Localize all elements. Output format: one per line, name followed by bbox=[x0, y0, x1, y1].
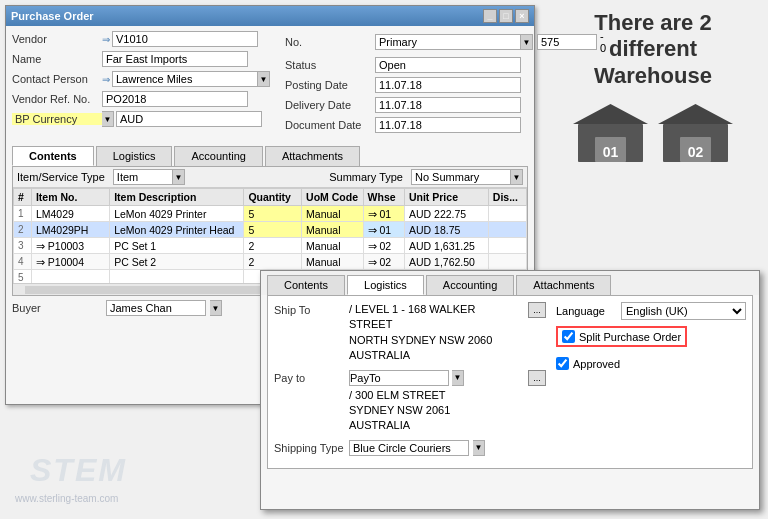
document-input[interactable] bbox=[375, 117, 521, 133]
vendor-label: Vendor bbox=[12, 33, 102, 45]
logistics-tab-accounting[interactable]: Accounting bbox=[426, 275, 514, 295]
row3-qty: 2 bbox=[244, 238, 302, 254]
item-type-input[interactable] bbox=[113, 169, 173, 185]
row3-dis bbox=[488, 238, 526, 254]
vendor-input[interactable] bbox=[112, 31, 258, 47]
tab-accounting[interactable]: Accounting bbox=[174, 146, 262, 166]
col-description: Item Description bbox=[110, 189, 244, 206]
row3-price: AUD 1,631.25 bbox=[404, 238, 488, 254]
contact-dropdown[interactable]: ▼ bbox=[258, 71, 270, 87]
table-row[interactable]: 3 ⇒ P10003 PC Set 1 2 Manual ⇒ 02 AUD 1,… bbox=[14, 238, 527, 254]
close-button[interactable]: × bbox=[515, 9, 529, 23]
ship-to-label: Ship To bbox=[274, 302, 349, 316]
summary-input[interactable] bbox=[411, 169, 511, 185]
pay-to-label: Pay to bbox=[274, 370, 349, 384]
table-row[interactable]: 2 LM4029PH LeMon 4029 Printer Head 5 Man… bbox=[14, 222, 527, 238]
col-whse: Whse bbox=[363, 189, 404, 206]
row4-uom: Manual bbox=[302, 254, 364, 270]
row4-desc: PC Set 2 bbox=[110, 254, 244, 270]
bp-currency-group: ▼ bbox=[102, 111, 262, 127]
language-row: Language English (UK) bbox=[556, 302, 746, 320]
vendor-input-group bbox=[112, 31, 258, 47]
minimize-button[interactable]: _ bbox=[483, 9, 497, 23]
pay-to-dropdown[interactable]: ▼ bbox=[452, 370, 464, 386]
name-label: Name bbox=[12, 53, 102, 65]
vendor-ref-label: Vendor Ref. No. bbox=[12, 93, 102, 105]
buyer-dropdown[interactable]: ▼ bbox=[210, 300, 222, 316]
split-purchase-order-row: Split Purchase Order bbox=[556, 326, 687, 347]
buyer-input[interactable] bbox=[106, 300, 206, 316]
logistics-right-section: Language English (UK) Split Purchase Ord… bbox=[556, 302, 746, 462]
bp-currency-input[interactable] bbox=[116, 111, 262, 127]
language-select[interactable]: English (UK) bbox=[621, 302, 746, 320]
item-type-dropdown[interactable]: ▼ bbox=[173, 169, 185, 185]
no-type-input[interactable] bbox=[375, 34, 521, 50]
name-input[interactable] bbox=[102, 51, 248, 67]
logistics-left-section: Ship To / LEVEL 1 - 168 WALKERSTREETNORT… bbox=[274, 302, 546, 462]
ship-to-browse-button[interactable]: ... bbox=[528, 302, 546, 318]
table-row[interactable]: 4 ⇒ P10004 PC Set 2 2 Manual ⇒ 02 AUD 1,… bbox=[14, 254, 527, 270]
tab-attachments[interactable]: Attachments bbox=[265, 146, 360, 166]
vendor-arrow-icon: ⇒ bbox=[102, 34, 110, 45]
summary-dropdown[interactable]: ▼ bbox=[511, 169, 523, 185]
delivery-label: Delivery Date bbox=[285, 99, 375, 111]
row4-price: AUD 1,762.50 bbox=[404, 254, 488, 270]
row1-qty: 5 bbox=[244, 206, 302, 222]
maximize-button[interactable]: □ bbox=[499, 9, 513, 23]
svg-text:01: 01 bbox=[603, 144, 619, 160]
no-dropdown[interactable]: ▼ bbox=[521, 34, 533, 50]
buyer-field: Buyer ▼ bbox=[12, 300, 222, 316]
shipping-dropdown[interactable]: ▼ bbox=[473, 440, 485, 456]
pay-to-input[interactable] bbox=[349, 370, 449, 386]
row2-desc: LeMon 4029 Printer Head bbox=[110, 222, 244, 238]
posting-input[interactable] bbox=[375, 77, 521, 93]
row4-qty: 2 bbox=[244, 254, 302, 270]
vendor-ref-input[interactable] bbox=[102, 91, 248, 107]
row3-num: 3 bbox=[14, 238, 32, 254]
tab-contents[interactable]: Contents bbox=[12, 146, 94, 166]
shipping-row: Shipping Type ▼ bbox=[274, 440, 546, 456]
col-price: Unit Price bbox=[404, 189, 488, 206]
svg-marker-1 bbox=[573, 104, 648, 124]
shipping-input[interactable] bbox=[349, 440, 469, 456]
ship-to-row: Ship To / LEVEL 1 - 168 WALKERSTREETNORT… bbox=[274, 302, 546, 364]
row4-num: 4 bbox=[14, 254, 32, 270]
row1-item-no: LM4029 bbox=[31, 206, 109, 222]
svg-marker-5 bbox=[658, 104, 733, 124]
watermark-url: www.sterling-team.com bbox=[15, 493, 118, 504]
delivery-input[interactable] bbox=[375, 97, 521, 113]
bp-currency-dropdown[interactable]: ▼ bbox=[102, 111, 114, 127]
logistics-tab-contents[interactable]: Contents bbox=[267, 275, 345, 295]
row2-dis bbox=[488, 222, 526, 238]
row1-desc: LeMon 4029 Printer bbox=[110, 206, 244, 222]
row2-qty: 5 bbox=[244, 222, 302, 238]
pay-to-browse-button[interactable]: ... bbox=[528, 370, 546, 386]
tab-logistics[interactable]: Logistics bbox=[96, 146, 173, 166]
row1-price: AUD 222.75 bbox=[404, 206, 488, 222]
row1-num: 1 bbox=[14, 206, 32, 222]
row2-price: AUD 18.75 bbox=[404, 222, 488, 238]
row5-num: 5 bbox=[14, 270, 32, 284]
watermark-text: STEM bbox=[30, 452, 127, 489]
row1-whse: ⇒ 01 bbox=[363, 206, 404, 222]
split-order-label: Split Purchase Order bbox=[579, 331, 681, 343]
logistics-tab-attachments[interactable]: Attachments bbox=[516, 275, 611, 295]
table-row[interactable]: 1 LM4029 LeMon 4029 Printer 5 Manual ⇒ 0… bbox=[14, 206, 527, 222]
logistics-tab-logistics[interactable]: Logistics bbox=[347, 275, 424, 295]
row4-dis bbox=[488, 254, 526, 270]
row1-dis bbox=[488, 206, 526, 222]
split-order-checkbox[interactable] bbox=[562, 330, 575, 343]
row3-item-no: ⇒ P10003 bbox=[31, 238, 109, 254]
status-label: Status bbox=[285, 59, 375, 71]
approved-label: Approved bbox=[573, 358, 620, 370]
col-quantity: Quantity bbox=[244, 189, 302, 206]
no-label: No. bbox=[285, 36, 375, 48]
row5-item-no bbox=[31, 270, 109, 284]
approved-checkbox[interactable] bbox=[556, 357, 569, 370]
row2-item-no: LM4029PH bbox=[31, 222, 109, 238]
no-group: ▼ bbox=[375, 34, 533, 50]
status-input[interactable] bbox=[375, 57, 521, 73]
shipping-label: Shipping Type bbox=[274, 440, 349, 454]
pay-to-address: / 300 ELM STREETSYDNEY NSW 2061AUSTRALIA bbox=[349, 388, 525, 434]
contact-input[interactable] bbox=[112, 71, 258, 87]
